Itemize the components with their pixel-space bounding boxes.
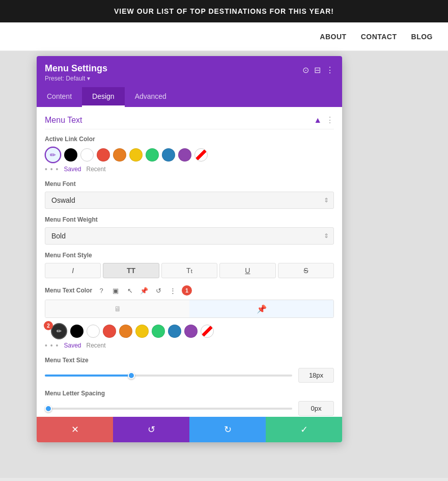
tab-advanced[interactable]: Advanced: [125, 87, 177, 107]
nav-bar: ABOUT CONTACT BLOG: [0, 22, 448, 51]
color-white[interactable]: [80, 148, 94, 162]
mobile-icon[interactable]: ▣: [110, 285, 121, 296]
color-picker-button[interactable]: ✏: [45, 147, 61, 163]
color-transparent[interactable]: [194, 148, 208, 162]
device-color-panel: 🖥 📌: [45, 300, 334, 318]
menu-font-weight-select-wrapper: Bold: [45, 227, 334, 245]
color-black-2[interactable]: [70, 325, 83, 338]
redo-icon: ↻: [224, 424, 232, 435]
color-yellow[interactable]: [129, 148, 143, 162]
menu-text-color-label-row: Menu Text Color ? ▣ ↖ 📌 ↺ ⋮ 1: [45, 285, 334, 296]
redo-button[interactable]: ↻: [189, 417, 266, 442]
save-button[interactable]: ✓: [266, 417, 342, 442]
action-bar: ✕ ↺ ↻ ✓: [37, 417, 342, 442]
text-color-badge: 1: [182, 285, 192, 296]
cancel-icon: ✕: [71, 424, 79, 435]
undo-button[interactable]: ↺: [113, 417, 189, 442]
text-color-badge-2: 2: [44, 321, 53, 330]
letter-spacing-input[interactable]: 0px: [298, 401, 334, 416]
active-link-color-row: ✏: [45, 147, 334, 163]
panel-header: Menu Settings Preset: Default ▾ ⊙ ⊟ ⋮: [37, 56, 342, 87]
active-link-color-label: Active Link Color: [45, 136, 334, 143]
desktop-color-tab[interactable]: 🖥: [45, 300, 189, 317]
color-saved-row: • • • Saved Recent: [45, 165, 334, 173]
color-green-2[interactable]: [152, 325, 165, 338]
saved-link[interactable]: Saved: [64, 166, 81, 173]
font-style-underline[interactable]: U: [219, 263, 275, 278]
menu-font-weight-select[interactable]: Bold: [45, 227, 334, 245]
panel-split-icon[interactable]: ⊟: [314, 65, 321, 75]
text-size-input[interactable]: 18px: [298, 368, 334, 383]
color-white-2[interactable]: [87, 325, 100, 338]
color-yellow-2[interactable]: [135, 325, 149, 338]
color-purple[interactable]: [178, 148, 191, 162]
pin-color-tab[interactable]: 📌: [189, 300, 333, 317]
menu-text-size-label: Menu Text Size: [45, 357, 334, 364]
refresh-icon[interactable]: ↺: [153, 285, 163, 296]
menu-text-size-field: Menu Text Size 18px: [45, 357, 334, 383]
menu-letter-spacing-field: Menu Letter Spacing 0px: [45, 390, 334, 416]
text-color-saved-row: • • • Saved Recent: [45, 341, 334, 350]
section-more-icon[interactable]: ⋮: [326, 115, 334, 125]
help-icon[interactable]: ?: [96, 285, 106, 296]
panel-tabs: Content Design Advanced: [37, 87, 342, 107]
color-orange-2[interactable]: [119, 325, 132, 338]
recent-link[interactable]: Recent: [87, 166, 106, 173]
text-color-picker-button[interactable]: ✏: [51, 323, 67, 339]
menu-text-color-swatches: 2 ✏: [45, 323, 334, 339]
section-header-icons: ▲ ⋮: [314, 115, 334, 125]
panel-header-icons: ⊙ ⊟ ⋮: [302, 65, 334, 75]
color-black[interactable]: [64, 148, 77, 162]
save-icon: ✓: [300, 424, 308, 435]
menu-font-field: Menu Font Oswald: [45, 180, 334, 209]
font-style-italic[interactable]: I: [45, 263, 101, 278]
menu-font-style-label: Menu Font Style: [45, 252, 334, 259]
color-blue[interactable]: [162, 148, 175, 162]
menu-settings-panel: Menu Settings Preset: Default ▾ ⊙ ⊟ ⋮ Co…: [37, 56, 342, 442]
color-purple-2[interactable]: [184, 325, 198, 338]
nav-contact[interactable]: CONTACT: [361, 33, 397, 41]
panel-preset[interactable]: Preset: Default ▾: [45, 75, 107, 82]
color-red[interactable]: [97, 148, 110, 162]
color-transparent-2[interactable]: [201, 325, 214, 338]
cursor-icon[interactable]: ↖: [125, 285, 135, 296]
panel-settings-icon[interactable]: ⊙: [302, 65, 309, 75]
tab-design[interactable]: Design: [82, 87, 125, 107]
color-red-2[interactable]: [103, 325, 116, 338]
menu-font-select[interactable]: Oswald: [45, 192, 334, 209]
panel-more-icon[interactable]: ⋮: [326, 65, 334, 75]
banner-text: VIEW OUR LIST OF TOP DESTINATIONS FOR TH…: [114, 7, 334, 15]
panel-title: Menu Settings: [45, 63, 107, 74]
menu-text-section-header: Menu Text ▲ ⋮: [45, 115, 334, 129]
cancel-button[interactable]: ✕: [37, 417, 113, 442]
color-blue-2[interactable]: [168, 325, 181, 338]
panel-body: Menu Text ▲ ⋮ Active Link Color ✏: [37, 107, 342, 442]
menu-letter-spacing-slider: 0px: [45, 401, 334, 416]
letter-spacing-track[interactable]: [45, 408, 292, 410]
menu-font-weight-label: Menu Font Weight: [45, 216, 334, 223]
color-dots-2: • • •: [45, 341, 59, 350]
saved-link-2[interactable]: Saved: [64, 342, 81, 349]
pin-icon[interactable]: 📌: [139, 285, 149, 296]
nav-about[interactable]: ABOUT: [320, 33, 346, 41]
font-style-uppercase[interactable]: TT: [103, 263, 159, 278]
section-collapse-icon[interactable]: ▲: [314, 116, 322, 125]
menu-text-color-label: Menu Text Color: [45, 287, 92, 294]
text-size-track[interactable]: [45, 375, 292, 377]
page-area: Menu Settings Preset: Default ▾ ⊙ ⊟ ⋮ Co…: [0, 51, 448, 478]
font-style-capitalize[interactable]: Tt: [161, 263, 217, 278]
font-style-strikethrough[interactable]: S: [278, 263, 334, 278]
recent-link-2[interactable]: Recent: [87, 342, 106, 349]
menu-font-weight-field: Menu Font Weight Bold: [45, 216, 334, 245]
color-orange[interactable]: [113, 148, 126, 162]
more-icon[interactable]: ⋮: [167, 285, 178, 296]
menu-font-label: Menu Font: [45, 180, 334, 188]
menu-font-style-field: Menu Font Style I TT Tt U S: [45, 252, 334, 278]
tab-content[interactable]: Content: [37, 87, 82, 107]
font-style-buttons: I TT Tt U S: [45, 263, 334, 278]
color-green[interactable]: [146, 148, 159, 162]
active-link-color-field: Active Link Color ✏: [45, 136, 334, 173]
nav-blog[interactable]: BLOG: [411, 33, 433, 41]
menu-text-size-slider: 18px: [45, 368, 334, 383]
section-title: Menu Text: [45, 116, 82, 125]
